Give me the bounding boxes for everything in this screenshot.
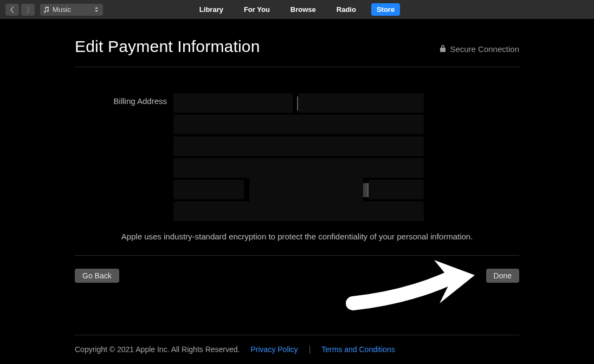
media-type-label: Music: [53, 5, 71, 14]
go-back-button[interactable]: Go Back: [75, 269, 119, 283]
billing-address-label: Billing Address: [75, 96, 178, 106]
footer-separator: |: [309, 345, 311, 354]
secure-connection-label: Secure Connection: [450, 44, 519, 54]
billing-address-fields: [178, 96, 427, 219]
back-button[interactable]: [5, 4, 19, 16]
tab-for-you[interactable]: For You: [238, 3, 275, 16]
music-note-icon: [43, 6, 49, 13]
tab-radio[interactable]: Radio: [331, 3, 361, 16]
footer-copyright: Copyright © 2021 Apple Inc. All Rights R…: [75, 345, 240, 354]
tab-library[interactable]: Library: [194, 3, 229, 16]
encryption-info-text: Apple uses industry-standard encryption …: [75, 232, 519, 241]
tab-store[interactable]: Store: [371, 3, 400, 16]
footer-privacy-link[interactable]: Privacy Policy: [250, 345, 298, 354]
secure-connection-indicator: Secure Connection: [440, 44, 519, 54]
footer: Copyright © 2021 Apple Inc. All Rights R…: [75, 335, 519, 354]
done-button[interactable]: Done: [486, 269, 519, 283]
title-bar: Music Library For You Browse Radio Store: [0, 0, 594, 19]
billing-address-section: Billing Address: [75, 96, 519, 219]
tab-browse[interactable]: Browse: [285, 3, 321, 16]
select-chevrons-icon: [94, 4, 100, 16]
page-content: Edit Payment Information Secure Connecti…: [75, 19, 519, 354]
media-type-select[interactable]: Music: [40, 4, 103, 16]
page-title: Edit Payment Information: [75, 37, 260, 56]
lock-icon: [440, 44, 446, 54]
forward-button[interactable]: [21, 4, 35, 16]
divider: [75, 255, 519, 256]
footer-terms-link[interactable]: Terms and Conditions: [321, 345, 395, 354]
